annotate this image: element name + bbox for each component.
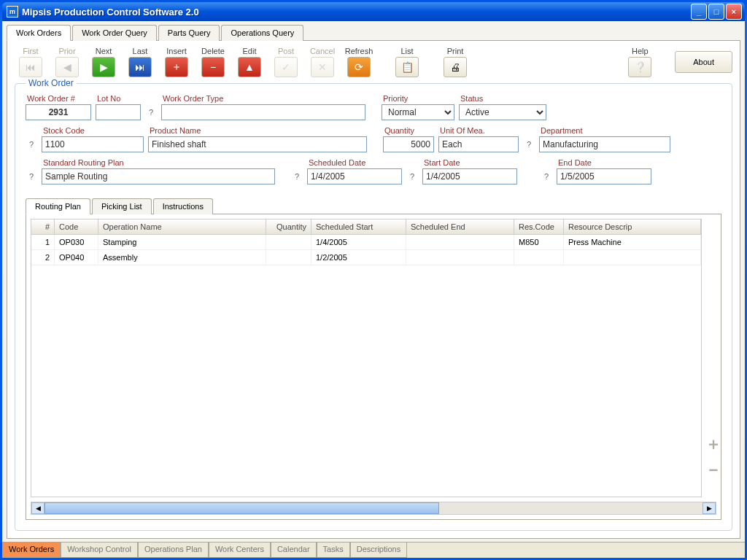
col-quantity[interactable]: Quantity bbox=[266, 219, 311, 234]
first-icon: ⏮ bbox=[19, 57, 42, 77]
subtab-routing-plan[interactable]: Routing Plan bbox=[26, 198, 90, 214]
prior-button[interactable]: Prior◀ bbox=[51, 47, 83, 77]
label-product-name: Product Name bbox=[148, 126, 367, 135]
col-res-code[interactable]: Res.Code bbox=[514, 219, 564, 234]
tab-work-orders[interactable]: Work Orders bbox=[7, 25, 71, 41]
label-work-order-type: Work Order Type bbox=[161, 94, 365, 103]
label-scheduled-date: Scheduled Date bbox=[307, 158, 402, 167]
col-sched-start[interactable]: Scheduled Start bbox=[311, 219, 406, 234]
col-code[interactable]: Code bbox=[55, 219, 98, 234]
scroll-track[interactable] bbox=[44, 502, 703, 514]
maximize-button[interactable]: □ bbox=[708, 4, 724, 20]
priority-select[interactable]: Normal bbox=[382, 104, 454, 120]
window-title: Mipsis Production Control Software 2.0 bbox=[22, 7, 199, 18]
col-num[interactable]: # bbox=[31, 219, 55, 234]
list-button[interactable]: List📋 bbox=[391, 47, 423, 77]
work-order-type-input[interactable] bbox=[161, 104, 365, 120]
btab-workshop-control[interactable]: Workshop Control bbox=[61, 542, 138, 558]
first-button[interactable]: First⏮ bbox=[15, 47, 47, 77]
tab-work-order-query[interactable]: Work Order Query bbox=[72, 25, 157, 41]
grid-side-buttons: ＋ − bbox=[706, 214, 721, 502]
help-button[interactable]: Help❔ bbox=[624, 47, 656, 77]
lookup-routing-button[interactable]: ? bbox=[26, 168, 37, 184]
grid-body: 1 OP030 Stamping 1/4/2005 M850 Press Mac… bbox=[31, 235, 701, 497]
cancel-icon: ✕ bbox=[311, 57, 334, 77]
end-date-input[interactable] bbox=[557, 168, 651, 184]
app-icon: m bbox=[7, 6, 18, 18]
col-operation[interactable]: Operation Name bbox=[98, 219, 266, 234]
lookup-stock-button[interactable]: ? bbox=[26, 136, 37, 152]
close-button[interactable]: × bbox=[726, 4, 742, 20]
work-order-no-input[interactable] bbox=[26, 104, 91, 120]
lot-no-input[interactable] bbox=[96, 104, 141, 120]
col-res-desc[interactable]: Resource Descrip bbox=[564, 219, 701, 234]
insert-button[interactable]: Insert＋ bbox=[160, 47, 193, 77]
label-uom: Unit Of Mea. bbox=[438, 126, 519, 135]
next-button[interactable]: Next▶ bbox=[88, 47, 120, 77]
subtab-picking-list[interactable]: Picking List bbox=[92, 198, 152, 214]
next-icon: ▶ bbox=[92, 57, 115, 77]
label-stock-code: Stock Code bbox=[42, 126, 144, 135]
lookup-dept-button[interactable]: ? bbox=[523, 136, 535, 152]
print-button[interactable]: Print🖨 bbox=[439, 47, 471, 77]
btab-descriptions[interactable]: Descriptions bbox=[350, 542, 408, 558]
stock-code-input[interactable] bbox=[42, 136, 144, 152]
quantity-input[interactable] bbox=[383, 136, 434, 152]
fieldset-legend: Work Order bbox=[26, 78, 77, 88]
grid-panel: # Code Operation Name Quantity Scheduled… bbox=[26, 214, 721, 520]
department-input[interactable] bbox=[539, 136, 670, 152]
last-button[interactable]: Last⏭ bbox=[124, 47, 156, 77]
bottom-tabs: Work Orders Workshop Control Operations … bbox=[2, 542, 745, 558]
label-lot-no: Lot No bbox=[96, 94, 141, 103]
label-quantity: Quantity bbox=[383, 126, 434, 135]
lookup-end-button[interactable]: ? bbox=[541, 168, 552, 184]
refresh-button[interactable]: Refresh⟳ bbox=[343, 47, 375, 77]
lookup-start-button[interactable]: ? bbox=[406, 168, 418, 184]
table-row[interactable]: 2 OP040 Assembly 1/2/2005 bbox=[31, 250, 701, 265]
product-name-input[interactable] bbox=[148, 136, 367, 152]
about-button[interactable]: About bbox=[675, 51, 732, 73]
table-row[interactable]: 1 OP030 Stamping 1/4/2005 M850 Press Mac… bbox=[31, 235, 701, 250]
horizontal-scrollbar[interactable]: ◀ ▶ bbox=[31, 502, 716, 515]
delete-button[interactable]: Delete− bbox=[197, 47, 229, 77]
tab-parts-query[interactable]: Parts Query bbox=[158, 25, 220, 41]
btab-calendar[interactable]: Calendar bbox=[271, 542, 317, 558]
routing-input[interactable] bbox=[42, 168, 275, 184]
scroll-thumb[interactable] bbox=[44, 502, 439, 514]
routing-grid[interactable]: # Code Operation Name Quantity Scheduled… bbox=[31, 219, 702, 497]
lookup-wot-button[interactable]: ? bbox=[145, 104, 157, 120]
col-sched-end[interactable]: Scheduled End bbox=[406, 219, 514, 234]
print-icon: 🖨 bbox=[444, 57, 467, 77]
titlebar[interactable]: m Mipsis Production Control Software 2.0… bbox=[2, 2, 745, 21]
btab-work-centers[interactable]: Work Centers bbox=[209, 542, 271, 558]
cancel-button[interactable]: Cancel✕ bbox=[306, 47, 338, 77]
grid-header[interactable]: # Code Operation Name Quantity Scheduled… bbox=[31, 219, 701, 235]
post-button[interactable]: Post✓ bbox=[270, 47, 302, 77]
client-area: Work Orders Work Order Query Parts Query… bbox=[2, 21, 745, 558]
lookup-sched-button[interactable]: ? bbox=[291, 168, 303, 184]
toolbar: First⏮ Prior◀ Next▶ Last⏭ Insert＋ Delete… bbox=[15, 45, 732, 83]
post-icon: ✓ bbox=[274, 57, 298, 77]
label-department: Department bbox=[539, 126, 670, 135]
tab-operations-query[interactable]: Operations Query bbox=[221, 25, 303, 41]
scroll-right-icon[interactable]: ▶ bbox=[703, 502, 716, 514]
list-icon: 📋 bbox=[395, 57, 419, 77]
work-order-fieldset: Work Order Work Order # Lot No ? Work Or… bbox=[15, 83, 732, 531]
scheduled-date-input[interactable] bbox=[307, 168, 402, 184]
btab-tasks[interactable]: Tasks bbox=[317, 542, 350, 558]
subtab-instructions[interactable]: Instructions bbox=[153, 198, 213, 214]
edit-button[interactable]: Edit▲ bbox=[233, 47, 266, 77]
top-tabs: Work Orders Work Order Query Parts Query… bbox=[2, 21, 745, 40]
sub-tabs: Routing Plan Picking List Instructions bbox=[26, 198, 721, 214]
status-select[interactable]: Active bbox=[459, 104, 546, 120]
btab-operations-plan[interactable]: Operations Plan bbox=[138, 542, 209, 558]
label-status: Status bbox=[459, 94, 546, 103]
add-row-button[interactable]: ＋ bbox=[705, 433, 721, 455]
start-date-input[interactable] bbox=[422, 168, 517, 184]
remove-row-button[interactable]: − bbox=[709, 461, 719, 480]
refresh-icon: ⟳ bbox=[347, 57, 371, 77]
scroll-left-icon[interactable]: ◀ bbox=[31, 502, 44, 514]
btab-work-orders[interactable]: Work Orders bbox=[2, 542, 61, 558]
minimize-button[interactable]: _ bbox=[691, 4, 707, 20]
uom-input[interactable] bbox=[438, 136, 519, 152]
